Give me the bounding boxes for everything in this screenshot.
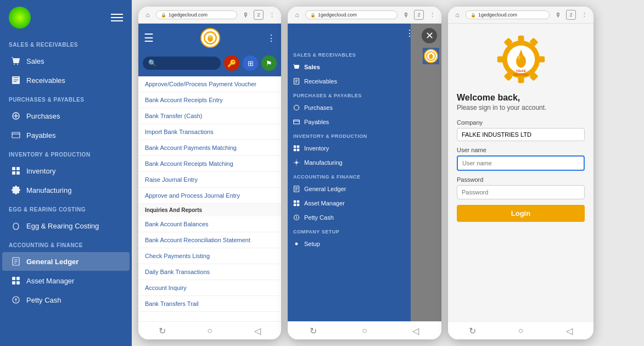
menu-item-approve-journal[interactable]: Approve and Process Journal Entry bbox=[138, 188, 281, 204]
svg-rect-26 bbox=[297, 149, 300, 152]
nav-item-payables[interactable]: Payables bbox=[288, 115, 411, 129]
nav-label-receivables: Receivables bbox=[304, 78, 337, 85]
mic-btn-1[interactable]: 🎙 bbox=[240, 10, 250, 20]
tab-btn-1[interactable]: 2 bbox=[254, 10, 264, 20]
nav-back-3[interactable]: ◁ bbox=[561, 325, 578, 336]
menu-item-bank-transfer-cash[interactable]: Bank Transfer (Cash) bbox=[138, 108, 281, 124]
svg-point-6 bbox=[13, 223, 19, 230]
menu-item-bank-receipts-entry[interactable]: Bank Account Receipts Entry bbox=[138, 92, 281, 108]
nav-home-2[interactable]: ○ bbox=[356, 325, 373, 336]
section-label-sales: SALES & RECEIVABLES bbox=[0, 35, 132, 51]
menu-item-approve-process[interactable]: Approve/Code/Process Payment Voucher bbox=[138, 76, 281, 92]
svg-rect-4 bbox=[12, 171, 15, 175]
mic-btn-3[interactable]: 🎙 bbox=[553, 10, 563, 20]
nav-item-general-ledger[interactable]: General Ledger bbox=[288, 182, 411, 196]
svg-text:INDUSTRIES: INDUSTRIES bbox=[513, 74, 528, 76]
main-content: ⌂ 🔒 1gedgecloud.com 🎙 2 ⋮ ☰ ⋮ bbox=[132, 0, 644, 346]
lock-icon-2: 🔒 bbox=[310, 13, 316, 18]
url-text-2: 1gedgecloud.com bbox=[318, 12, 357, 18]
sidebar-item-receivables[interactable]: Receivables bbox=[2, 71, 130, 90]
sidebar-item-inventory[interactable]: Inventory bbox=[2, 161, 130, 180]
nav-label-setup: Setup bbox=[304, 241, 320, 247]
phone-frame-3: ⌂ 🔒 1gedgecloud.com 🎙 2 ⋮ bbox=[448, 7, 593, 339]
menu-item-receipts-matching[interactable]: Bank Account Receipts Matching bbox=[138, 156, 281, 172]
mic-btn-2[interactable]: 🎙 bbox=[401, 10, 411, 20]
url-bar-2[interactable]: 🔒 1gedgecloud.com bbox=[305, 10, 397, 19]
login-container: FALKE INDUSTRIES Welcome back, Please si… bbox=[448, 24, 593, 321]
tab-btn-3[interactable]: 2 bbox=[566, 10, 576, 20]
username-input[interactable] bbox=[457, 155, 585, 171]
sidebar-item-payables[interactable]: Payables bbox=[2, 126, 130, 144]
nav-home-3[interactable]: ○ bbox=[512, 325, 529, 336]
more-btn-1[interactable]: ⋮ bbox=[267, 10, 277, 20]
nav-item-receivables[interactable]: Receivables bbox=[288, 74, 411, 88]
browser-home-2[interactable]: ⌂ bbox=[292, 10, 302, 20]
nav-refresh-3[interactable]: ↻ bbox=[464, 325, 480, 336]
sidebar-item-general-ledger[interactable]: General Ledger bbox=[2, 252, 130, 271]
password-input[interactable] bbox=[457, 185, 585, 199]
menu-item-import-bank[interactable]: Import Bank Transactions bbox=[138, 124, 281, 140]
app-more-btn-1[interactable]: ⋮ bbox=[267, 33, 276, 43]
hamburger-btn-1[interactable]: ☰ bbox=[144, 31, 154, 44]
red-icon-1[interactable]: 🔑 bbox=[224, 55, 239, 71]
nav-item-purchases[interactable]: Purchases bbox=[288, 101, 411, 115]
menu-item-bank-transfers-trail[interactable]: Bank Transfers Trail bbox=[138, 296, 281, 312]
sidebar-logo bbox=[9, 7, 31, 29]
nav-item-petty-cash[interactable]: Petty Cash bbox=[288, 210, 411, 225]
drawer-spacer bbox=[288, 24, 411, 48]
company-label: Company bbox=[457, 119, 585, 126]
cart-icon bbox=[11, 56, 21, 66]
section-label-accounting: ACCOUNTING & FINANCE bbox=[0, 236, 132, 252]
lock-icon-3: 🔒 bbox=[471, 13, 476, 18]
login-button[interactable]: Login bbox=[457, 205, 585, 222]
menu-item-bank-balances[interactable]: Bank Account Balances bbox=[138, 216, 281, 232]
search-input-1[interactable]: 🔍 bbox=[143, 57, 221, 70]
url-text-1: 1gedgecloud.com bbox=[169, 12, 208, 18]
menu-item-reconciliation[interactable]: Bank Account Reconciliation Statement bbox=[138, 232, 281, 248]
app-more-btn-2[interactable]: ⋮ bbox=[405, 28, 414, 38]
sidebar-item-purchases[interactable]: Purchases bbox=[2, 107, 130, 125]
sidebar-item-asset-manager[interactable]: Asset Manager bbox=[2, 271, 130, 290]
nav-home-1[interactable]: ○ bbox=[201, 325, 218, 336]
menu-item-check-payments[interactable]: Check Payments Listing bbox=[138, 248, 281, 264]
svg-rect-22 bbox=[294, 120, 300, 124]
browser-home-3[interactable]: ⌂ bbox=[452, 10, 462, 20]
nav-section-inventory: INVENTORY & PRODUCTION bbox=[288, 129, 411, 141]
close-drawer-btn[interactable]: ✕ bbox=[422, 28, 437, 43]
flag-icon-1[interactable]: ⚑ bbox=[261, 55, 277, 71]
nav-item-setup[interactable]: Setup bbox=[288, 237, 411, 251]
menu-item-payments-matching[interactable]: Bank Account Payments Matching bbox=[138, 140, 281, 156]
menu-item-daily-bank[interactable]: Daily Bank Transactions bbox=[138, 264, 281, 280]
svg-rect-3 bbox=[16, 167, 20, 170]
welcome-text: Welcome back, bbox=[457, 93, 585, 103]
nav-item-inventory[interactable]: Inventory bbox=[288, 141, 411, 155]
sidebar-item-manufacturing[interactable]: Manufacturing bbox=[2, 181, 130, 199]
tab-btn-2[interactable]: 2 bbox=[414, 10, 424, 20]
menu-item-account-inquiry[interactable]: Account Inquiry bbox=[138, 280, 281, 296]
company-select[interactable]: FALKE INDUSTRIES LTD bbox=[457, 128, 585, 141]
grid-icon-1[interactable]: ⊞ bbox=[243, 55, 258, 71]
sidebar-item-egg-rearing[interactable]: Egg & Rearing Costing bbox=[2, 216, 130, 235]
more-btn-3[interactable]: ⋮ bbox=[579, 10, 589, 20]
nav-item-sales[interactable]: Sales bbox=[288, 60, 411, 74]
section-label-inventory: INVENTORY & PRODUCTION bbox=[0, 145, 132, 161]
drawer-logo-area bbox=[423, 48, 439, 64]
nav-back-1[interactable]: ◁ bbox=[249, 325, 266, 336]
nav-refresh-1[interactable]: ↻ bbox=[154, 325, 170, 336]
menu-item-raise-journal[interactable]: Raise Journal Entry bbox=[138, 172, 281, 188]
nav-item-manufacturing[interactable]: Manufacturing bbox=[288, 155, 411, 170]
url-bar-1[interactable]: 🔒 1gedgecloud.com bbox=[156, 10, 237, 19]
hamburger-menu[interactable] bbox=[111, 14, 123, 21]
browser-bar-3: ⌂ 🔒 1gedgecloud.com 🎙 2 ⋮ bbox=[448, 7, 593, 24]
sidebar-item-petty-cash[interactable]: Petty Cash bbox=[2, 291, 130, 309]
browser-home-1[interactable]: ⌂ bbox=[143, 10, 153, 20]
nav-back-2[interactable]: ◁ bbox=[407, 325, 424, 336]
lock-icon-1: 🔒 bbox=[161, 13, 166, 18]
asset-manager-icon bbox=[11, 276, 21, 286]
sidebar-item-sales[interactable]: Sales bbox=[2, 52, 130, 70]
url-bar-3[interactable]: 🔒 1gedgecloud.com bbox=[466, 10, 550, 19]
more-btn-2[interactable]: ⋮ bbox=[427, 10, 437, 20]
nav-refresh-2[interactable]: ↻ bbox=[305, 325, 322, 336]
nav-item-asset-manager[interactable]: Asset Manager bbox=[288, 196, 411, 210]
browser-bar-2: ⌂ 🔒 1gedgecloud.com 🎙 2 ⋮ bbox=[288, 7, 441, 24]
